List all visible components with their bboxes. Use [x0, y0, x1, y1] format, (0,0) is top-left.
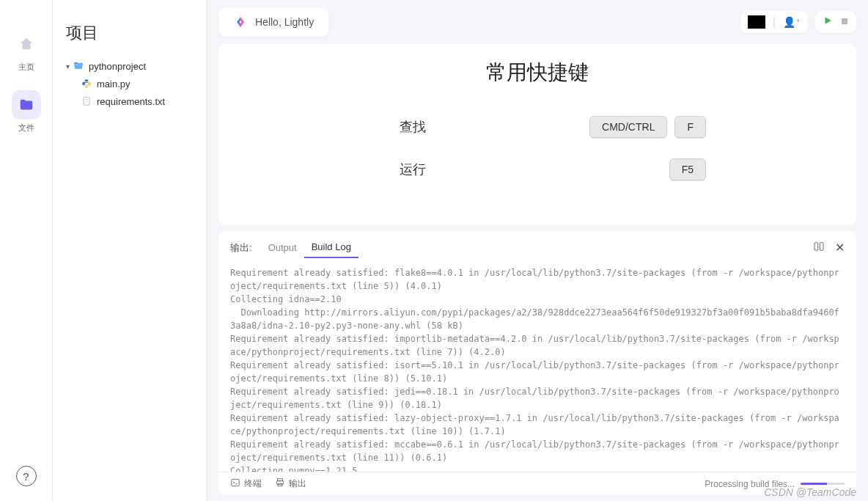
user-group: | 👤⁺	[740, 11, 808, 33]
key-cmdctrl: CMD/CTRL	[589, 116, 667, 138]
svg-rect-6	[820, 242, 823, 250]
python-icon	[81, 78, 92, 89]
tree-root-label: pythonproject	[89, 61, 146, 72]
shortcut-row-find: 查找 CMD/CTRL F	[369, 116, 706, 138]
svg-rect-4	[842, 18, 847, 24]
svg-rect-5	[814, 242, 818, 250]
home-icon	[12, 29, 41, 59]
build-log[interactable]: Requirement already satisfied: flake8==4…	[218, 259, 856, 472]
run-controls	[815, 11, 856, 33]
shortcut-label: 查找	[369, 118, 457, 136]
footer-terminal-label: 终端	[244, 478, 262, 490]
help-icon: ?	[23, 470, 29, 483]
folder-icon	[12, 90, 41, 120]
status-text: Processing build files...	[705, 479, 795, 489]
nav-home[interactable]: 主页	[9, 29, 44, 73]
footer-terminal[interactable]: 终端	[230, 478, 262, 490]
tab-output[interactable]: Output	[261, 238, 304, 257]
split-icon[interactable]	[813, 241, 825, 255]
folder-open-icon	[73, 60, 84, 72]
printer-icon	[275, 478, 285, 490]
shortcuts-title: 常用快捷键	[486, 59, 589, 87]
lightly-logo-icon	[233, 15, 248, 29]
user-avatar[interactable]	[748, 15, 765, 29]
main-area: Hello, Lightly | 👤⁺ 常用快捷键 查找 CMD/C	[207, 0, 868, 501]
footer-status: Processing build files...	[705, 479, 845, 489]
tree-file-label: main.py	[97, 78, 130, 89]
shortcut-label: 运行	[369, 161, 457, 178]
terminal-icon	[230, 478, 240, 490]
add-user-icon[interactable]: 👤⁺	[783, 16, 801, 28]
progress-bar	[801, 483, 845, 485]
project-panel: 项目 ▾ pythonproject main.py requirements.…	[53, 0, 207, 501]
tree-file-main[interactable]: main.py	[66, 75, 193, 92]
svg-rect-7	[232, 479, 240, 486]
panel-prefix: 输出:	[230, 241, 252, 255]
text-file-icon	[81, 95, 92, 107]
welcome-label: Hello, Lightly	[255, 16, 314, 28]
panel-header: 输出: Output Build Log ✕	[218, 231, 856, 259]
nav-files[interactable]: 文件	[9, 90, 44, 134]
top-bar: Hello, Lightly | 👤⁺	[207, 0, 868, 44]
footer-output[interactable]: 输出	[275, 478, 306, 490]
svg-rect-10	[278, 483, 282, 486]
tree-file-label: requirements.txt	[97, 96, 165, 107]
help-button[interactable]: ?	[16, 466, 37, 486]
tab-buildlog[interactable]: Build Log	[304, 237, 358, 258]
welcome-tab[interactable]: Hello, Lightly	[218, 7, 328, 37]
close-icon[interactable]: ✕	[835, 241, 845, 255]
output-panel: 输出: Output Build Log ✕ Requirement alrea…	[218, 231, 856, 495]
footer-bar: 终端 输出 Processing build files...	[218, 472, 856, 495]
stop-icon[interactable]	[840, 15, 849, 29]
key-f: F	[674, 116, 706, 138]
key-f5: F5	[669, 158, 706, 180]
run-icon[interactable]	[823, 15, 833, 29]
nav-rail: 主页 文件 ?	[0, 0, 53, 501]
tree-root[interactable]: ▾ pythonproject	[66, 57, 193, 75]
nav-home-label: 主页	[18, 62, 34, 73]
tree-file-req[interactable]: requirements.txt	[66, 92, 193, 110]
footer-output-label: 输出	[289, 478, 306, 490]
shortcut-row-run: 运行 F5	[369, 158, 706, 180]
welcome-panel: 常用快捷键 查找 CMD/CTRL F 运行 F5	[218, 44, 856, 225]
chevron-down-icon: ▾	[66, 62, 70, 70]
nav-files-label: 文件	[18, 122, 34, 134]
project-title: 项目	[66, 22, 193, 44]
